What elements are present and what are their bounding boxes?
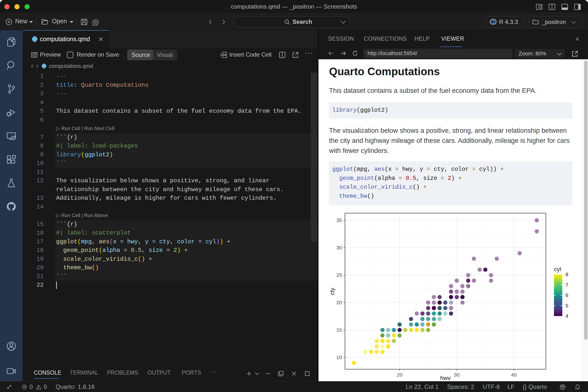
svg-text:R: R	[492, 19, 496, 26]
svg-text:40: 40	[511, 372, 517, 378]
svg-text:6: 6	[566, 292, 568, 298]
svg-text:8: 8	[566, 272, 568, 277]
svg-text:35: 35	[336, 217, 342, 223]
svg-text:10: 10	[336, 354, 342, 360]
svg-text:30: 30	[454, 372, 460, 378]
svg-text:30: 30	[336, 245, 342, 250]
svg-text:5: 5	[566, 303, 568, 308]
svg-text:cty: cty	[329, 288, 336, 296]
svg-text:hwy: hwy	[440, 374, 451, 380]
svg-text:7: 7	[566, 282, 568, 288]
svg-text:20: 20	[397, 372, 402, 378]
svg-text:15: 15	[336, 327, 342, 333]
svg-text:25: 25	[336, 272, 342, 278]
svg-text:4: 4	[566, 313, 568, 319]
svg-text:cyl: cyl	[554, 266, 561, 272]
svg-text:20: 20	[336, 300, 342, 305]
